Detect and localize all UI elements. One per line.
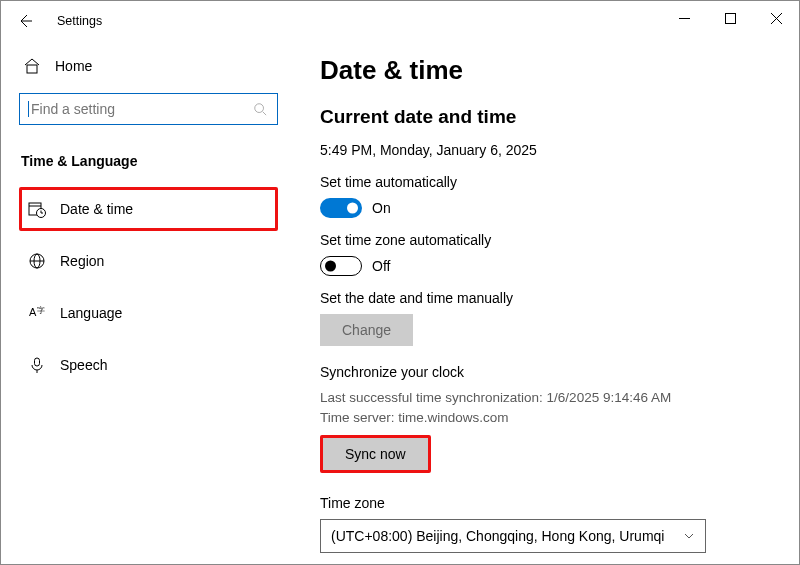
svg-rect-18	[35, 358, 40, 366]
auto-time-toggle[interactable]	[320, 198, 362, 218]
sync-last: Last successful time synchronization: 1/…	[320, 388, 775, 408]
sidebar-item-date-time[interactable]: Date & time	[22, 190, 275, 228]
sidebar-item-home[interactable]: Home	[19, 51, 278, 81]
page-title: Date & time	[320, 55, 775, 86]
current-date-heading: Current date and time	[320, 106, 775, 128]
auto-time-label: Set time automatically	[320, 174, 775, 190]
svg-rect-2	[725, 13, 735, 23]
time-zone-value: (UTC+08:00) Beijing, Chongqing, Hong Kon…	[331, 528, 664, 544]
sidebar-item-region[interactable]: Region	[22, 242, 275, 280]
auto-time-state: On	[372, 200, 391, 216]
titlebar: Settings	[1, 1, 799, 41]
search-icon	[251, 100, 269, 118]
current-date-value: 5:49 PM, Monday, January 6, 2025	[320, 142, 775, 158]
search-placeholder: Find a setting	[31, 101, 251, 117]
calendar-clock-icon	[28, 200, 46, 218]
sidebar-item-language[interactable]: A 字 Language	[22, 294, 275, 332]
svg-rect-5	[27, 65, 37, 73]
content-area: Date & time Current date and time 5:49 P…	[296, 41, 799, 565]
home-icon	[23, 57, 41, 75]
search-input[interactable]: Find a setting	[19, 93, 278, 125]
sidebar: Home Find a setting Time & Language	[1, 41, 296, 565]
globe-icon	[28, 252, 46, 270]
manual-label: Set the date and time manually	[320, 290, 775, 306]
back-button[interactable]	[15, 11, 35, 31]
language-icon: A 字	[28, 304, 46, 322]
time-zone-select[interactable]: (UTC+08:00) Beijing, Chongqing, Hong Kon…	[320, 519, 706, 553]
sidebar-item-speech[interactable]: Speech	[22, 346, 275, 384]
chevron-down-icon	[683, 530, 695, 542]
sidebar-item-label: Speech	[60, 357, 107, 373]
sidebar-section-title: Time & Language	[21, 153, 278, 169]
auto-tz-toggle[interactable]	[320, 256, 362, 276]
microphone-icon	[28, 356, 46, 374]
auto-tz-state: Off	[372, 258, 390, 274]
close-button[interactable]	[753, 3, 799, 33]
sync-heading: Synchronize your clock	[320, 364, 775, 380]
sync-server: Time server: time.windows.com	[320, 408, 775, 428]
sidebar-home-label: Home	[55, 58, 92, 74]
change-button: Change	[320, 314, 413, 346]
svg-line-7	[263, 112, 267, 116]
sidebar-item-label: Region	[60, 253, 104, 269]
maximize-button[interactable]	[707, 3, 753, 33]
svg-text:字: 字	[37, 306, 45, 315]
svg-point-6	[255, 104, 264, 113]
sidebar-item-label: Language	[60, 305, 122, 321]
svg-text:A: A	[29, 306, 37, 318]
minimize-button[interactable]	[661, 3, 707, 33]
tz-label: Time zone	[320, 495, 775, 511]
window-title: Settings	[57, 14, 102, 28]
sync-now-button[interactable]: Sync now	[323, 438, 428, 470]
auto-tz-label: Set time zone automatically	[320, 232, 775, 248]
sidebar-item-label: Date & time	[60, 201, 133, 217]
